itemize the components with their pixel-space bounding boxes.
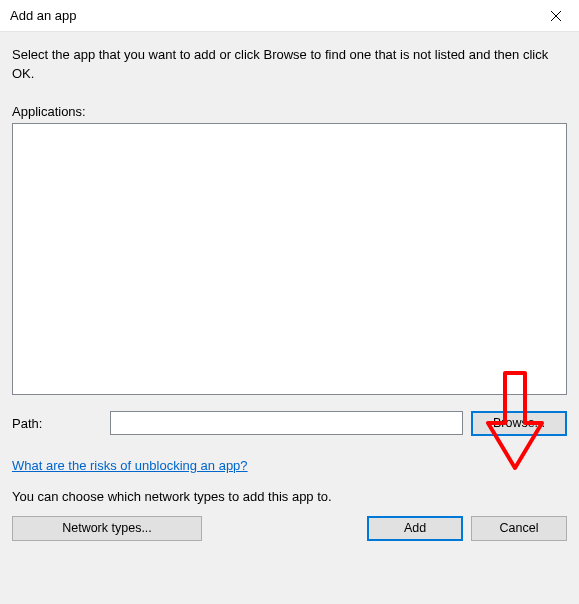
network-description: You can choose which network types to ad… xyxy=(12,489,567,504)
applications-label: Applications: xyxy=(12,104,567,119)
dialog-content: Select the app that you want to add or c… xyxy=(0,32,579,604)
cancel-button[interactable]: Cancel xyxy=(471,516,567,541)
risks-link[interactable]: What are the risks of unblocking an app? xyxy=(12,458,248,473)
titlebar: Add an app xyxy=(0,0,579,32)
path-input[interactable] xyxy=(110,411,463,435)
path-row: Path: Browse... xyxy=(12,411,567,436)
window-title: Add an app xyxy=(10,8,77,23)
network-types-button[interactable]: Network types... xyxy=(12,516,202,541)
browse-button[interactable]: Browse... xyxy=(471,411,567,436)
path-label: Path: xyxy=(12,416,102,431)
close-button[interactable] xyxy=(533,0,579,32)
applications-listbox[interactable] xyxy=(12,123,567,395)
close-icon xyxy=(550,10,562,22)
button-row: Network types... Add Cancel xyxy=(12,516,567,541)
add-button[interactable]: Add xyxy=(367,516,463,541)
instruction-text: Select the app that you want to add or c… xyxy=(12,46,567,84)
